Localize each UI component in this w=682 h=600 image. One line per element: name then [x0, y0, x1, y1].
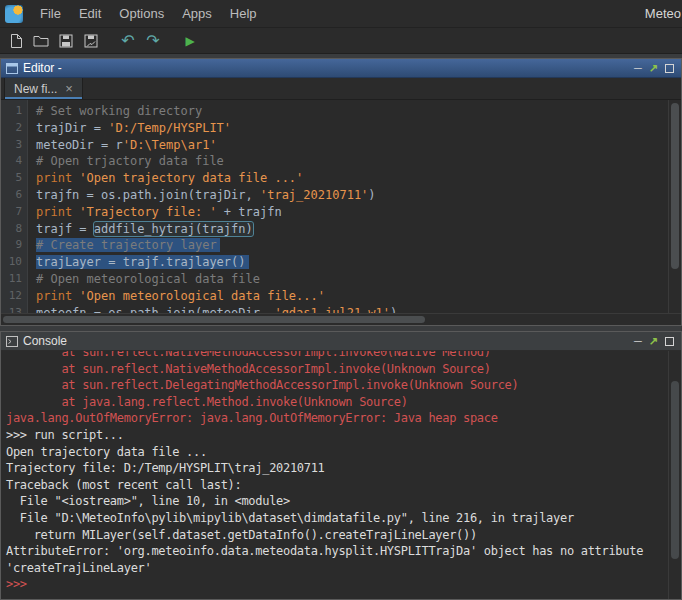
menu-edit[interactable]: Edit: [70, 0, 110, 27]
console-header-controls: ─ ↗: [634, 336, 676, 347]
minimize-icon[interactable]: ─: [634, 336, 642, 347]
editor-vertical-scrollbar[interactable]: [668, 100, 681, 313]
console-line: AttributeError: 'org.meteoinfo.data.mete…: [6, 543, 668, 560]
save-as-icon: [84, 34, 98, 48]
line-number: 6: [1, 187, 22, 204]
scrollbar-thumb[interactable]: [671, 103, 679, 269]
console-icon: [6, 336, 18, 347]
minimize-icon[interactable]: ─: [634, 63, 642, 74]
console-line: Traceback (most recent call last):: [6, 477, 668, 494]
code-line-11[interactable]: # Open meteorological data file: [36, 271, 668, 288]
console-panel-title: Console: [23, 334, 67, 348]
code-line-9[interactable]: # Create trajectory layer: [36, 237, 668, 254]
console-panel-header[interactable]: Console ─ ↗: [1, 332, 681, 351]
undo-icon: ↶: [121, 33, 134, 49]
line-number: 4: [1, 153, 22, 170]
menu-bar: FileEditOptionsAppsHelp Meteo: [0, 0, 682, 28]
toolbar: ↶ ↷ ▶: [0, 28, 682, 54]
editor-tab-bar: New fi... ×: [1, 78, 681, 100]
code-line-1[interactable]: # Set working directory: [36, 103, 668, 120]
console-line: at sun.reflect.DelegatingMethodAccessorI…: [6, 377, 668, 394]
editor-panel: Editor - ─ ↗ New fi... × 123456789101112…: [0, 58, 682, 326]
console-panel: Console ─ ↗ at sun.reflect.NativeMethodA…: [0, 331, 682, 600]
line-number: 3: [1, 137, 22, 154]
float-panel-icon[interactable]: ↗: [649, 63, 658, 74]
menu-file[interactable]: File: [31, 0, 70, 27]
console-line: >>>: [6, 576, 668, 593]
console-line: at java.lang.reflect.Method.invoke(Unkno…: [6, 394, 668, 411]
line-number: 12: [1, 288, 22, 305]
new-file-icon: [10, 33, 23, 49]
scrollbar-thumb[interactable]: [3, 316, 425, 323]
code-line-8[interactable]: trajf = addfile_hytraj(trajfn): [36, 221, 668, 238]
code-line-13[interactable]: meteofn = os.path.join(meteoDir, 'gdas1.…: [36, 305, 668, 313]
maximize-icon[interactable]: [665, 337, 674, 346]
app-window: FileEditOptionsAppsHelp Meteo: [0, 0, 682, 600]
open-folder-icon: [33, 34, 49, 47]
save-as-button[interactable]: [80, 30, 102, 52]
code-line-3[interactable]: meteoDir = r'D:\Temp\ar1': [36, 137, 668, 154]
console-line: >>> run script...: [6, 427, 668, 444]
editor-window-icon: [6, 63, 18, 74]
console-output[interactable]: at sun.reflect.NativeMethodAccessorImpl.…: [1, 351, 668, 599]
run-script-button[interactable]: ▶: [179, 30, 201, 52]
editor-body: 12345678910111213 # Set working director…: [1, 100, 681, 313]
console-line: File "<iostream>", line 10, in <module>: [6, 493, 668, 510]
line-number: 13: [1, 305, 22, 313]
line-number: 7: [1, 204, 22, 221]
save-icon: [59, 34, 73, 48]
new-script-button[interactable]: [5, 30, 27, 52]
console-line: at sun.reflect.NativeMethodAccessorImpl.…: [6, 351, 668, 361]
tab-label: New fi...: [14, 82, 57, 96]
line-number: 2: [1, 120, 22, 137]
scrollbar-thumb[interactable]: [671, 381, 679, 560]
code-line-4[interactable]: # Open trjactory data file: [36, 153, 668, 170]
menu-apps[interactable]: Apps: [173, 0, 221, 27]
console-line: Trajectory file: D:/Temp/HYSPLIT\traj_20…: [6, 460, 668, 477]
console-line: java.lang.OutOfMemoryError: java.lang.Ou…: [6, 410, 668, 427]
redo-button[interactable]: ↷: [142, 30, 164, 52]
editor-panel-header[interactable]: Editor - ─ ↗: [1, 59, 681, 78]
code-line-5[interactable]: print 'Open trajectory data file ...': [36, 170, 668, 187]
run-icon: ▶: [185, 35, 194, 47]
console-line: File "D:\MeteoInfo\pylib\mipylib\dataset…: [6, 510, 668, 527]
line-number: 1: [1, 103, 22, 120]
open-file-button[interactable]: [30, 30, 52, 52]
code-line-10[interactable]: trajLayer = trajf.trajlayer(): [36, 254, 668, 271]
line-number: 8: [1, 221, 22, 238]
editor-header-controls: ─ ↗: [634, 63, 676, 74]
tab-close-icon[interactable]: ×: [65, 82, 73, 95]
window-title: Meteo: [645, 6, 682, 21]
save-button[interactable]: [55, 30, 77, 52]
console-vertical-scrollbar[interactable]: [668, 351, 681, 599]
maximize-icon[interactable]: [665, 64, 674, 73]
menu-options[interactable]: Options: [110, 0, 173, 27]
editor-panel-title: Editor -: [23, 61, 62, 75]
code-line-2[interactable]: trajDir = 'D:/Temp/HYSPLIT': [36, 120, 668, 137]
toolbar-separator: [167, 28, 176, 53]
redo-icon: ↷: [146, 33, 159, 49]
code-line-12[interactable]: print 'Open meteorological data file...': [36, 288, 668, 305]
editor-gutter: 12345678910111213: [1, 100, 28, 313]
console-line: Open trajectory data file ...: [6, 444, 668, 461]
toolbar-separator: [105, 28, 114, 53]
app-logo-icon: [5, 5, 23, 23]
menu-items: FileEditOptionsAppsHelp: [31, 0, 266, 27]
console-line: 'createTrajLineLayer': [6, 560, 668, 577]
console-wrap: at sun.reflect.NativeMethodAccessorImpl.…: [1, 351, 681, 599]
code-line-6[interactable]: trajfn = os.path.join(trajDir, 'traj_202…: [36, 187, 668, 204]
line-number: 9: [1, 237, 22, 254]
editor-horizontal-scrollbar[interactable]: [1, 313, 681, 325]
undo-button[interactable]: ↶: [117, 30, 139, 52]
menu-help[interactable]: Help: [221, 0, 266, 27]
editor-code[interactable]: # Set working directorytrajDir = 'D:/Tem…: [28, 100, 668, 313]
console-line: return MILayer(self.dataset.getDataInfo(…: [6, 527, 668, 544]
float-panel-icon[interactable]: ↗: [649, 336, 658, 347]
console-line: at sun.reflect.NativeMethodAccessorImpl.…: [6, 361, 668, 378]
line-number: 11: [1, 271, 22, 288]
tab-new-file[interactable]: New fi... ×: [4, 78, 83, 99]
line-number: 10: [1, 254, 22, 271]
code-line-7[interactable]: print 'Trajectory file: ' + trajfn: [36, 204, 668, 221]
line-number: 5: [1, 170, 22, 187]
